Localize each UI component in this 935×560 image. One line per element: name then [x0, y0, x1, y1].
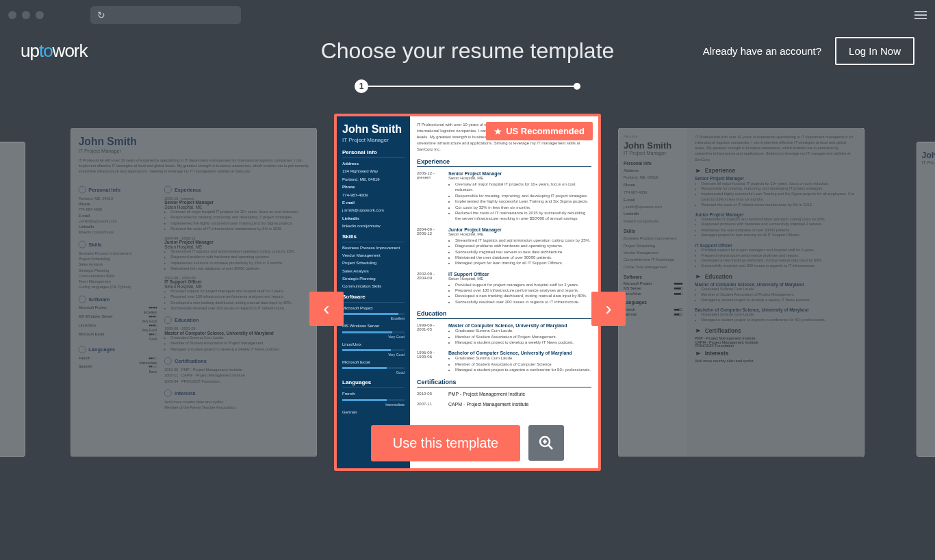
- login-button[interactable]: Log In Now: [835, 37, 914, 65]
- template-card-next-peek[interactable]: John Smith IT Project Manager: [917, 142, 935, 456]
- template-carousel: John Smith IT Project Manager John Smith…: [0, 114, 935, 497]
- star-icon: ★: [494, 127, 502, 136]
- template-card-cascade[interactable]: ★ US Recommended John Smith IT Project M…: [334, 114, 601, 471]
- reload-icon[interactable]: ↻: [97, 10, 105, 21]
- app-header: uptowork Choose your resume template Alr…: [0, 30, 935, 71]
- use-template-button[interactable]: Use this template: [371, 425, 521, 461]
- close-window-icon[interactable]: [8, 11, 16, 19]
- svg-line-1: [548, 445, 552, 449]
- carousel-prev-button[interactable]: ‹: [309, 292, 344, 326]
- maximize-window-icon[interactable]: [36, 11, 44, 19]
- template-card-modern[interactable]: Resume John Smith IT Project Manager Per…: [619, 128, 864, 457]
- progress-step-2: [574, 83, 580, 90]
- template-card-crisp[interactable]: John Smith IT Project Manager IT Profess…: [71, 128, 317, 457]
- menu-icon[interactable]: [914, 11, 927, 19]
- browser-chrome: ↻: [0, 0, 935, 30]
- url-bar[interactable]: ↻: [90, 6, 241, 24]
- template-card-prev-peek[interactable]: John Smith IT Project Manager: [0, 142, 25, 456]
- magnify-plus-icon: [538, 435, 554, 451]
- traffic-lights: [8, 11, 44, 19]
- carousel-next-button[interactable]: ›: [591, 292, 626, 326]
- progress-step-1: 1: [355, 79, 368, 93]
- account-prompt: Already have an account?: [703, 45, 821, 57]
- minimize-window-icon[interactable]: [22, 11, 30, 19]
- zoom-button[interactable]: [528, 425, 564, 461]
- logo[interactable]: uptowork: [21, 40, 88, 62]
- page-title: Choose your resume template: [321, 38, 615, 64]
- us-recommended-badge: ★ US Recommended: [486, 122, 593, 140]
